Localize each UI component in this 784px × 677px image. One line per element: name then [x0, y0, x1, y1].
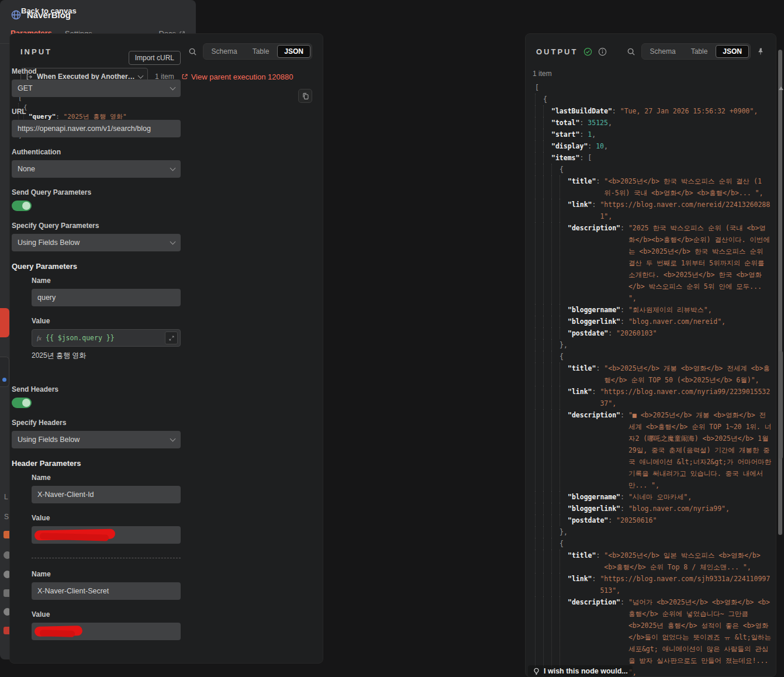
query-param-name-input[interactable]: query: [32, 289, 181, 306]
view-parent-execution-link[interactable]: View parent execution 120880: [181, 72, 293, 81]
globe-icon: [11, 9, 22, 20]
header-param1-value-label: Value: [32, 514, 181, 522]
query-param-name-label: Name: [32, 277, 181, 285]
json-line: {: [534, 164, 772, 175]
import-curl-button[interactable]: Import cURL: [129, 51, 181, 65]
json-line: "postdate": "20260103": [534, 327, 772, 339]
json-line: "description": "2025 한국 박스오피스 순위 (국내 <b>…: [534, 222, 772, 304]
output-panel: OUTPUT Schema Table JSON 1 item [{"lastB…: [525, 33, 776, 677]
redaction-scribble: [40, 630, 75, 637]
json-line: "description": "■ <b>2025년</b> 개봉 <b>영화<…: [534, 409, 772, 491]
json-line: },: [534, 526, 772, 538]
expression-resolved-value: 2025년 흥행 영화: [32, 351, 181, 361]
json-line: "start": 1,: [534, 129, 772, 140]
specify-headers-select[interactable]: Using Fields Below: [12, 431, 181, 448]
info-icon[interactable]: [598, 47, 607, 56]
json-line: {: [534, 351, 772, 362]
json-line: "link": "https://blog.naver.com/nyria99/…: [534, 386, 772, 409]
send-query-parameters-toggle[interactable]: [12, 201, 32, 211]
specify-headers-label: Specify Headers: [12, 419, 181, 427]
header-param1-name-input[interactable]: X-Naver-Client-Id: [32, 486, 181, 503]
query-parameters-title: Query Parameters: [12, 262, 181, 271]
output-json-tree: [{"lastBuildDate": "Tue, 27 Jan 2026 15:…: [526, 78, 776, 677]
pin-data-icon[interactable]: [757, 47, 765, 56]
json-line: {: [534, 538, 772, 550]
output-tab-json[interactable]: JSON: [716, 45, 749, 58]
header-param1-value-input[interactable]: [32, 526, 181, 544]
json-line: "bloggername": "회사원제이의 리뷰박스",: [534, 304, 772, 316]
json-line: "title": "<b>2025년</b> 한국 박스오피스 순위 결산 (1…: [534, 175, 772, 199]
json-line: "bloggername": "시네마 오마카세",: [534, 491, 772, 503]
method-label: Method: [12, 67, 181, 75]
query-param-value-label: Value: [32, 317, 181, 325]
method-select[interactable]: GET: [12, 80, 181, 97]
json-line: "total": 35125,: [534, 117, 772, 129]
copy-icon: [302, 92, 309, 100]
chevron-down-icon: [170, 84, 176, 90]
url-input[interactable]: https://openapi.naver.com/v1/search/blog: [12, 120, 181, 137]
node-parameters-form: Import cURL Method GET URL https://opena…: [0, 44, 196, 654]
header-param2-name-input[interactable]: X-Naver-Client-Secret: [32, 582, 181, 600]
chevron-down-icon: [170, 165, 176, 171]
authentication-label: Authentication: [12, 148, 181, 156]
lightbulb-icon: [533, 668, 540, 675]
url-label: URL: [12, 108, 181, 116]
input-tab-schema[interactable]: Schema: [205, 45, 244, 58]
output-title: OUTPUT: [536, 47, 578, 56]
node-feedback-note[interactable]: I wish this node would...: [528, 665, 633, 677]
expand-expression-icon: [168, 335, 175, 341]
json-line: "link": "https://blog.naver.com/nereid/2…: [534, 199, 772, 222]
json-line: "display": 10,: [534, 140, 772, 152]
output-tab-table[interactable]: Table: [684, 45, 715, 58]
fx-badge: fx: [37, 334, 42, 341]
json-line: "bloggerlink": "blog.naver.com/nereid",: [534, 316, 772, 327]
json-line: [: [534, 82, 772, 94]
json-line: {: [534, 94, 772, 105]
output-view-tabs: Schema Table JSON: [641, 43, 751, 60]
send-query-parameters-label: Send Query Parameters: [12, 188, 181, 196]
send-headers-toggle[interactable]: [12, 398, 32, 408]
output-tab-schema[interactable]: Schema: [643, 45, 683, 58]
output-item-count: 1 item: [533, 70, 552, 78]
specify-query-parameters-label: Specify Query Parameters: [12, 222, 181, 230]
header-param2-value-input[interactable]: [32, 623, 181, 640]
send-headers-label: Send Headers: [12, 385, 181, 393]
header-param2-value-label: Value: [32, 610, 181, 619]
scroll-up-arrow-icon[interactable]: [779, 87, 783, 90]
output-scrollbar[interactable]: [778, 87, 783, 677]
authentication-select[interactable]: None: [12, 160, 181, 178]
json-line: "items": [: [534, 152, 772, 164]
json-line: "title": "<b>2025년</b> 개봉 <b>영화</b> 전세계 …: [534, 362, 772, 386]
chevron-down-icon: [170, 239, 176, 244]
scrollbar-thumb[interactable]: [779, 351, 783, 459]
copy-json-button[interactable]: [298, 89, 312, 103]
header-param1-name-label: Name: [32, 474, 181, 482]
node-settings-panel: NaverBlog Parameters Settings Docs Impor…: [0, 0, 196, 659]
json-line: "lastBuildDate": "Tue, 27 Jan 2026 15:56…: [534, 105, 772, 117]
json-line: },: [534, 339, 772, 351]
expand-expression-button[interactable]: [165, 331, 178, 344]
json-line: "postdate": "20250616": [534, 514, 772, 526]
search-icon[interactable]: [627, 47, 636, 56]
json-line: "link": "https://blog.naver.com/sjh9331a…: [534, 573, 772, 596]
query-param-value-expression-input[interactable]: fx {{ $json.query }}: [32, 329, 181, 347]
header-param2-name-label: Name: [32, 570, 181, 578]
json-line: "bloggerlink": "blog.naver.com/nyria99",: [534, 503, 772, 514]
success-check-icon: [583, 47, 592, 56]
back-to-canvas-link[interactable]: Back to canvas: [21, 6, 77, 15]
header-parameters-title: Header Parameters: [12, 459, 181, 468]
input-tab-json[interactable]: JSON: [277, 45, 310, 58]
input-view-tabs: Schema Table JSON: [203, 43, 312, 60]
chevron-down-icon: [170, 436, 176, 441]
specify-query-parameters-select[interactable]: Using Fields Below: [12, 234, 181, 251]
input-tab-table[interactable]: Table: [246, 45, 277, 58]
parameter-divider: [32, 558, 181, 558]
json-line: "title": "<b>2025년</b> 일본 박스오피스 <b>영화</b…: [534, 550, 772, 573]
